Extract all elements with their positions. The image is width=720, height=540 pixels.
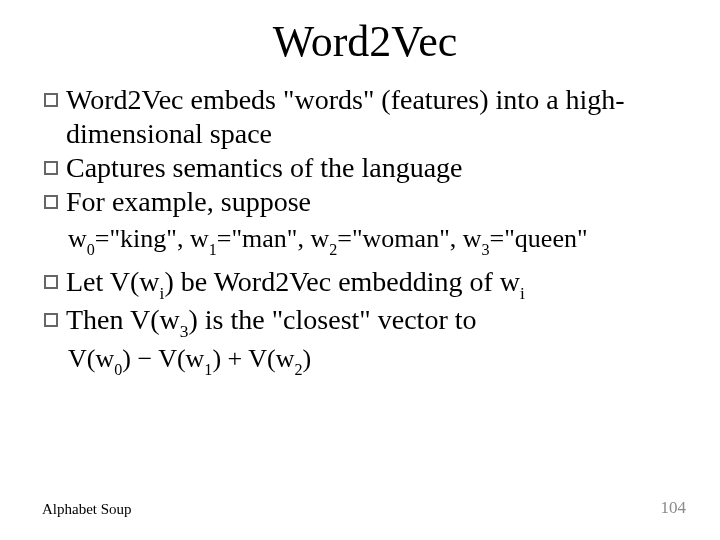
bullet-text: Word2Vec embeds "words" (features) into … <box>66 83 690 151</box>
var-w: w <box>190 224 209 253</box>
bullet-text: Let V(wi) be Word2Vec embedding of wi <box>66 265 525 303</box>
formula-text: ) − V(w <box>122 344 204 373</box>
subscript: 0 <box>114 361 122 378</box>
square-bullet-icon <box>44 275 58 289</box>
subscript: 3 <box>482 241 490 258</box>
square-bullet-icon <box>44 313 58 327</box>
formula-text: ="woman", <box>337 224 462 253</box>
text-part: Let V(w <box>66 266 160 297</box>
subscript: 2 <box>329 241 337 258</box>
var-w: w <box>463 224 482 253</box>
var-w: w <box>310 224 329 253</box>
bullet-item: Then V(w3) is the "closest" vector to <box>44 303 690 341</box>
square-bullet-icon <box>44 195 58 209</box>
subscript: 3 <box>180 322 189 341</box>
slide: Word2Vec Word2Vec embeds "words" (featur… <box>0 0 720 540</box>
subscript: i <box>160 284 165 303</box>
subscript: i <box>520 284 525 303</box>
formula-text: ="queen" <box>490 224 588 253</box>
formula-text: V(w <box>68 344 114 373</box>
footer-source: Alphabet Soup <box>42 501 132 518</box>
page-number: 104 <box>661 498 687 518</box>
subscript: 1 <box>209 241 217 258</box>
bullet-text: Captures semantics of the language <box>66 151 463 185</box>
text-part: ) be Word2Vec embedding of w <box>164 266 520 297</box>
formula-vector: V(w0) − V(w1) + V(w2) <box>68 342 690 379</box>
text-part: Then V(w <box>66 304 180 335</box>
formula-text: ="man", <box>217 224 311 253</box>
bullet-text: For example, suppose <box>66 185 311 219</box>
subscript: 2 <box>294 361 302 378</box>
bullet-item: For example, suppose <box>44 185 690 219</box>
formula-words: w0="king", w1="man", w2="woman", w3="que… <box>68 222 690 259</box>
bullet-item: Word2Vec embeds "words" (features) into … <box>44 83 690 151</box>
square-bullet-icon <box>44 93 58 107</box>
bullet-item: Captures semantics of the language <box>44 151 690 185</box>
bullet-list: Word2Vec embeds "words" (features) into … <box>44 83 690 379</box>
formula-text: ) <box>303 344 312 373</box>
formula-text: ="king", <box>95 224 190 253</box>
subscript: 1 <box>204 361 212 378</box>
bullet-text: Then V(w3) is the "closest" vector to <box>66 303 477 341</box>
subscript: 0 <box>87 241 95 258</box>
bullet-item: Let V(wi) be Word2Vec embedding of wi <box>44 265 690 303</box>
formula-text: ) + V(w <box>212 344 294 373</box>
var-w: w <box>68 224 87 253</box>
text-part: ) is the "closest" vector to <box>188 304 476 335</box>
square-bullet-icon <box>44 161 58 175</box>
slide-title: Word2Vec <box>40 16 690 67</box>
